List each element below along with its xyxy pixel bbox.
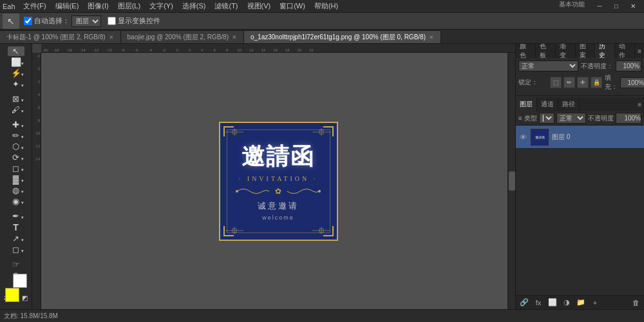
br-ornament (312, 227, 332, 234)
layers-panel: 图层 通道 路径 ≡ ≡ 类型 ⬜ 正常 不透明度 👁 (516, 97, 644, 309)
tabs-bar: 卡标题-1 @ 100% (图层 2, RGB/8) ✕ baojie.jpg … (0, 30, 644, 44)
layer-name: 图层 0 (552, 133, 641, 142)
menu-window[interactable]: 窗口(W) (276, 0, 309, 12)
brush-tool[interactable]: ✏▾ (8, 131, 24, 140)
layers-footer: 🔗 fx ⬜ ◑ 📁 + 🗑 (516, 295, 644, 309)
panel-tab-gradient[interactable]: 渐变 (556, 44, 576, 58)
layers-tab-paths[interactable]: 路径 (558, 97, 580, 111)
show-transform-checkbox[interactable] (108, 17, 116, 25)
layer-fx-btn[interactable]: fx (533, 297, 544, 308)
tab-close-2[interactable]: ✕ (429, 34, 434, 41)
menu-view[interactable]: 视图(V) (243, 0, 275, 12)
bl-ornament (225, 227, 245, 234)
move-tool[interactable]: ↖ (8, 46, 24, 56)
menu-layer[interactable]: 图层(L) (114, 0, 144, 12)
layer-delete-btn[interactable]: 🗑 (630, 297, 641, 308)
dodge-tool[interactable]: ◉▾ (8, 196, 24, 206)
menu-file[interactable]: 文件(F) (19, 0, 50, 12)
magic-wand-tool[interactable]: ✦▾ (8, 79, 24, 89)
lock-position-btn[interactable]: ✛ (577, 77, 589, 88)
layers-tab-layers[interactable]: 图层 (516, 97, 537, 111)
card-text-en: welcome (262, 214, 294, 221)
menu-help[interactable]: 帮助(H) (310, 0, 342, 12)
layer-mask-btn[interactable]: ⬜ (547, 297, 558, 308)
text-tool[interactable]: T (8, 222, 24, 232)
layer-select[interactable]: 图层 (71, 15, 101, 27)
menu-edit[interactable]: 编辑(E) (52, 0, 83, 12)
minimize-button[interactable]: ─ (591, 0, 608, 13)
menu-text[interactable]: 文字(Y) (146, 0, 177, 12)
lock-pixels-btn[interactable]: ✏ (564, 77, 575, 88)
panel-tab-color[interactable]: 颜色 (516, 44, 536, 58)
path-selection-tool[interactable]: ↗▾ (8, 234, 24, 243)
tab-1[interactable]: baojie.jpg @ 200% (图层 2, RGB/8) ✕ (121, 30, 244, 43)
layer-visibility-toggle[interactable]: 👁 (518, 133, 527, 141)
tab-0[interactable]: 卡标题-1 @ 100% (图层 2, RGB/8) ✕ (0, 30, 121, 43)
standard-mode-btn[interactable]: ⬜ (0, 308, 15, 309)
fill-input[interactable] (620, 77, 644, 88)
blur-tool[interactable]: ◍▾ (8, 185, 24, 195)
layers-menu-btn[interactable]: ≡ (635, 97, 644, 111)
fill-label: 填充： (605, 73, 618, 91)
menu-filter[interactable]: 滤镜(T) (211, 0, 242, 12)
maximize-button[interactable]: □ (608, 0, 625, 13)
lock-transparent-btn[interactable]: ⬚ (550, 77, 562, 88)
gradient-tool[interactable]: ▓▾ (8, 175, 24, 184)
auto-select-checkbox[interactable] (24, 17, 32, 25)
layer-type-select[interactable]: ⬜ (539, 113, 554, 124)
svg-point-12 (236, 190, 238, 193)
background-color[interactable] (13, 274, 27, 288)
opacity-input[interactable] (616, 61, 641, 71)
card-ornament-row: ✿ (234, 185, 323, 198)
panel-tab-action[interactable]: 动作 (615, 44, 635, 58)
eyedropper-tool[interactable]: 🖋▾ (8, 105, 24, 115)
toolbox: ↖ ⬜▾ ⚡▾ ✦▾ ⊠▾ 🖋▾ ✚▾ ✏▾ ⬡▾ ⟳▾ ◻▾ ▓▾ ◍▾ ◉▾… (0, 44, 32, 309)
window-controls: 基本功能 ─ □ ✕ (559, 0, 641, 13)
scrollbar-thumb-v[interactable] (509, 171, 515, 191)
tab-close-0[interactable]: ✕ (109, 34, 114, 41)
options-bar: ↖ 自动选择： 图层 显示变换控件 (0, 13, 644, 30)
foreground-color[interactable] (5, 288, 19, 302)
blend-mode-select[interactable]: 正常 (518, 61, 578, 71)
crop-tool[interactable]: ⊠▾ (8, 94, 24, 104)
hand-tool[interactable]: ☞ (8, 260, 24, 269)
lasso-tool[interactable]: ⚡▾ (8, 68, 24, 78)
close-button[interactable]: ✕ (625, 0, 641, 13)
move-tool-btn[interactable]: ↖ (3, 14, 19, 29)
selection-tool[interactable]: ⬜▾ (8, 57, 24, 67)
menu-select[interactable]: 选择(S) (178, 0, 210, 12)
lock-label: 锁定： (518, 78, 547, 87)
panel-tab-swatch[interactable]: 色板 (536, 44, 556, 58)
stamp-tool[interactable]: ⬡▾ (8, 142, 24, 151)
layer-link-btn[interactable]: 🔗 (518, 297, 530, 308)
shape-tool[interactable]: ◻▾ (8, 245, 24, 254)
scroll-right (507, 53, 515, 309)
lock-icons: ⬚ ✏ ✛ 🔒 (550, 75, 602, 90)
panel-menu-btn[interactable]: ≡ (635, 44, 644, 58)
tab-close-1[interactable]: ✕ (232, 34, 237, 41)
card-subtitle: · INVITATION · (239, 175, 317, 182)
layer-item-0[interactable]: 👁 邀請函 图层 0 (516, 126, 644, 149)
panel-separator (516, 95, 644, 96)
layer-blend-select[interactable]: 正常 (556, 113, 586, 124)
panel-tab-history[interactable]: 历史 (595, 44, 615, 58)
ornament-right-svg (284, 185, 323, 198)
quick-mask-btn[interactable]: ⬛ (17, 308, 33, 309)
ornament-center: ✿ (275, 187, 281, 196)
type-label: ≡ 类型 (518, 114, 537, 123)
layer-new-btn[interactable]: + (589, 297, 601, 308)
lock-all-btn[interactable]: 🔒 (591, 77, 602, 88)
layer-group-btn[interactable]: 📁 (575, 297, 587, 308)
panel-tab-pattern[interactable]: 图案 (576, 44, 596, 58)
eraser-tool[interactable]: ◻▾ (8, 164, 24, 173)
menu-image[interactable]: 图像(I) (84, 0, 112, 12)
healing-brush-tool[interactable]: ✚▾ (8, 120, 24, 129)
panel-controls: 正常 不透明度： 锁定： ⬚ ✏ ✛ 🔒 填充： (516, 58, 644, 94)
history-brush-tool[interactable]: ⟳▾ (8, 153, 24, 162)
layers-tab-channels[interactable]: 通道 (537, 97, 558, 111)
pen-tool[interactable]: ✒▾ (8, 211, 24, 221)
tab-2[interactable]: o_1az30nolttrpjph1l72er61tg1g.png @ 100%… (244, 30, 441, 43)
show-transform-option: 显示变换控件 (106, 16, 162, 26)
layers-opacity-input[interactable] (616, 113, 641, 124)
layer-adjustment-btn[interactable]: ◑ (561, 297, 573, 308)
